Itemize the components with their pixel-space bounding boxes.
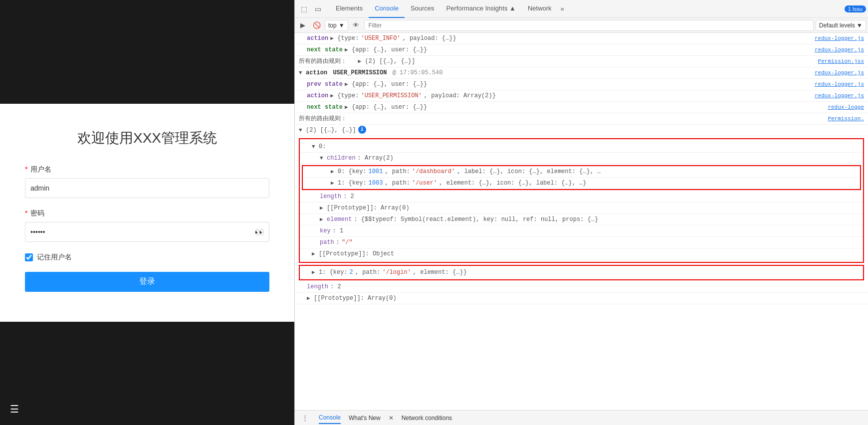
login-card: 欢迎使用XXX管理系统 * 用户名 * 密码 👀 记住用户名 登录: [0, 104, 294, 322]
console-content[interactable]: action ▶ {type: 'USER_INFO' , payload: {…: [295, 33, 868, 410]
console-line: key : 1: [300, 225, 863, 237]
source-link[interactable]: redux-logge: [828, 103, 864, 112]
red-box-inner: ▶ 0: {key: 1001 , path: '/dashboard' , l…: [302, 165, 861, 190]
expand-icon[interactable]: ▶: [320, 215, 325, 224]
console-line: next state ▶ {app: {…}, user: {…}} redux…: [295, 44, 868, 56]
console-line: path : "/": [300, 237, 863, 248]
username-input[interactable]: [25, 178, 269, 198]
collapse-icon[interactable]: ▼: [312, 142, 317, 151]
devtools-icon-buttons: ⬚ ▭: [297, 2, 325, 16]
remember-checkbox[interactable]: [25, 253, 33, 261]
cursor-icon[interactable]: ⬚: [297, 2, 311, 16]
console-line: ▶ 0: {key: 1001 , path: '/dashboard' , l…: [303, 166, 860, 178]
console-line-content: action ▶ {type: 'USER_PERMISSION' , payl…: [307, 91, 815, 100]
console-line: action ▶ {type: 'USER_INFO' , payload: {…: [295, 33, 868, 44]
tab-elements[interactable]: Elements: [330, 0, 369, 18]
more-tabs-button[interactable]: »: [558, 3, 567, 14]
top-selector-label: top: [328, 22, 337, 29]
tab-console[interactable]: Console: [369, 0, 405, 18]
source-link[interactable]: redux-logger.js: [815, 45, 864, 54]
chevron-down-icon: ▼: [339, 22, 345, 29]
play-icon[interactable]: ▶: [297, 19, 309, 31]
password-label: * 密码: [25, 209, 269, 218]
expand-icon[interactable]: ▶: [331, 179, 336, 188]
devtools-bottom-bar: ⋮ Console What's New ✕ Network condition…: [295, 410, 868, 425]
eye-toolbar-icon[interactable]: 👁: [350, 19, 362, 31]
expand-icon[interactable]: ▶: [345, 103, 350, 112]
default-levels-selector[interactable]: Default levels ▼: [816, 20, 866, 31]
expand-icon[interactable]: ▶: [307, 294, 312, 303]
device-icon[interactable]: ▭: [311, 2, 325, 16]
login-button[interactable]: 登录: [25, 272, 269, 292]
console-line-array: ▼ (2) [{…}, {…}] i: [295, 125, 868, 136]
console-line-content: next state ▶ {app: {…}, user: {…}}: [307, 103, 828, 112]
info-icon: i: [358, 126, 366, 134]
password-group: * 密码 👀: [25, 209, 269, 242]
source-link[interactable]: Permission.jsx: [818, 57, 864, 66]
password-input[interactable]: [25, 222, 269, 242]
source-link[interactable]: redux-logger.js: [815, 68, 864, 77]
console-line: 所有的路由规则： Permission.: [295, 113, 868, 125]
expand-icon[interactable]: ▶: [358, 57, 363, 66]
next-state-keyword: next state: [307, 45, 343, 54]
console-line: length : 2: [300, 191, 863, 203]
remember-label: 记住用户名: [37, 253, 72, 262]
username-group: * 用户名: [25, 165, 269, 198]
password-wrapper: 👀: [25, 222, 269, 242]
tab-network[interactable]: Network: [522, 0, 558, 18]
issue-badge: 1 Issu: [845, 5, 866, 12]
devtools-right-actions: 1 Issu: [845, 5, 866, 12]
expand-icon[interactable]: ▶: [345, 80, 350, 89]
console-line-content: ▼ action USER_PERMISSION @ 17:05:05.540: [299, 68, 815, 77]
red-box-outer: ▼ 0: ▼ children : Array(2) ▶ 0: {key:: [299, 138, 864, 263]
console-line: ▼ 0:: [300, 141, 863, 153]
console-line: ▶ element : {$$typeof: Symbol(react.elem…: [300, 214, 863, 225]
tab-performance-insights[interactable]: Performance Insights ▲: [440, 0, 522, 18]
ban-icon[interactable]: 🚫: [311, 19, 323, 31]
collapse-icon[interactable]: ▼: [299, 68, 304, 77]
action-keyword: action: [307, 91, 328, 100]
top-selector[interactable]: top ▼: [325, 20, 348, 31]
console-line: ▶ 1: {key: 1003 , path: '/user' , elemen…: [303, 178, 860, 189]
console-line: ▼ children : Array(2): [300, 153, 863, 164]
close-tab-button[interactable]: ✕: [389, 415, 394, 422]
expand-icon[interactable]: ▶: [320, 204, 325, 212]
filter-input[interactable]: [364, 20, 814, 31]
eye-icon[interactable]: 👀: [254, 227, 264, 236]
console-toolbar: ▶ 🚫 top ▼ 👁 Default levels ▼: [295, 18, 868, 33]
console-line: 所有的路由规则： ▶ (2) [{…}, {…}] Permission.jsx: [295, 56, 868, 67]
console-line-content: 所有的路由规则： ▶ (2) [{…}, {…}]: [299, 57, 818, 66]
console-line-action-group: ▼ action USER_PERMISSION @ 17:05:05.540 …: [295, 67, 868, 79]
expand-icon[interactable]: ▶: [312, 249, 317, 258]
expand-icon[interactable]: ▶: [330, 91, 335, 100]
console-line: next state ▶ {app: {…}, user: {…}} redux…: [295, 102, 868, 113]
source-link[interactable]: Permission.: [828, 114, 864, 123]
tab-sources[interactable]: Sources: [405, 0, 440, 18]
expand-icon[interactable]: ▶: [330, 34, 335, 43]
expand-icon[interactable]: ▶: [345, 45, 350, 54]
collapse-icon[interactable]: ▼: [320, 154, 325, 163]
login-title: 欢迎使用XXX管理系统: [25, 129, 269, 148]
sidebar-menu-icon[interactable]: ☰: [10, 403, 19, 415]
default-levels-label: Default levels ▼: [819, 22, 863, 29]
password-required: *: [25, 209, 27, 217]
username-required: *: [25, 165, 27, 173]
devtools-tabs: ⬚ ▭ Elements Console Sources Performance…: [295, 0, 868, 18]
red-box-item1: ▶ 1: {key: 2 , path: '/login' , element:…: [299, 265, 864, 280]
next-state-keyword: next state: [307, 103, 343, 112]
source-link[interactable]: redux-logger.js: [815, 91, 864, 100]
source-link[interactable]: redux-logger.js: [815, 34, 864, 43]
console-line: prev state ▶ {app: {…}, user: {…}} redux…: [295, 79, 868, 90]
bottom-tab-whats-new[interactable]: What's New: [349, 413, 381, 424]
left-panel: 欢迎使用XXX管理系统 * 用户名 * 密码 👀 记住用户名 登录 ☰: [0, 0, 294, 425]
expand-icon[interactable]: ▶: [312, 268, 317, 277]
console-line: action ▶ {type: 'USER_PERMISSION' , payl…: [295, 90, 868, 102]
bottom-tab-network-conditions[interactable]: Network conditions: [402, 413, 452, 424]
expand-icon[interactable]: ▶: [331, 167, 336, 176]
source-link[interactable]: redux-logger.js: [815, 80, 864, 89]
collapse-icon[interactable]: ▼: [299, 126, 304, 135]
bottom-tab-console[interactable]: Console: [319, 412, 341, 424]
dots-icon[interactable]: ⋮: [299, 412, 311, 424]
console-line: ▶ 1: {key: 2 , path: '/login' , element:…: [300, 267, 863, 278]
action-keyword: action: [307, 34, 328, 43]
